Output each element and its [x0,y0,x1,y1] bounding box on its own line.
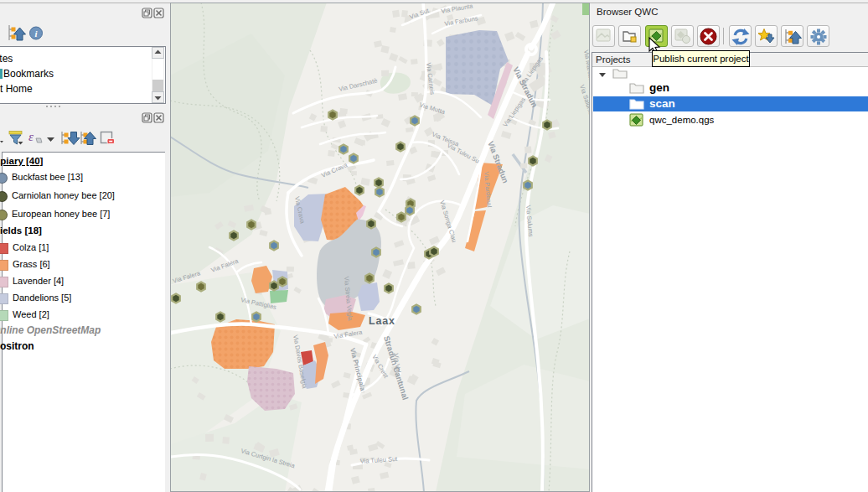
svg-text:Laax: Laax [369,315,395,327]
svg-text:ε: ε [28,130,34,143]
